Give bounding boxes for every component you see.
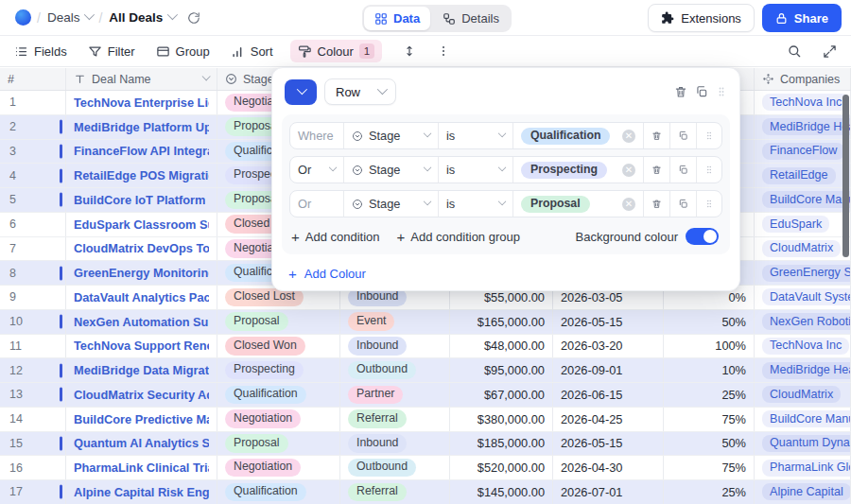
deal-name-cell[interactable]: TechNova Support Renewal [66,335,217,358]
companies-cell[interactable]: CloudMatrix [755,237,851,261]
deal-name-cell[interactable]: DataVault Analytics Packa... [66,286,217,309]
deal-name-link[interactable]: DataVault Analytics Packa... [74,290,209,304]
deal-name-cell[interactable]: BuildCore IoT Platform [66,188,217,212]
deal-name-cell[interactable]: CloudMatrix DevOps Tools [66,237,217,261]
field-dropdown[interactable]: Stage [344,191,439,217]
table-row[interactable]: 16 PharmaLink Clinical Trials ... Negoti… [0,456,851,480]
drag-handle-icon[interactable] [716,85,727,98]
vertical-scrollbar-thumb[interactable] [842,95,849,257]
probability-cell[interactable]: 75% [664,456,755,479]
company-link-chip[interactable]: MediBridge Healthcare [762,118,851,135]
amount-cell[interactable]: $165,000.00 [450,310,553,334]
companies-cell[interactable]: GreenEnergy Solutions [755,261,851,285]
row-number-cell[interactable]: 7 [0,237,66,261]
stage-cell[interactable]: Prospecting [217,358,340,382]
close-date-cell[interactable]: 2026-04-25 [553,408,664,431]
row-number-cell[interactable]: 6 [0,213,66,236]
add-colour-button[interactable]: + Add Colour [272,254,739,293]
search-button[interactable] [787,43,802,59]
channel-cell[interactable]: Outbound [340,456,450,479]
row-number-cell[interactable]: 17 [0,480,66,504]
expand-view-button[interactable] [823,44,837,59]
fields-button[interactable]: Fields [14,44,67,59]
deal-name-cell[interactable]: GreenEnergy Monitoring S... [66,261,217,285]
group-button[interactable]: Group [156,44,210,59]
row-number-cell[interactable]: 1 [0,91,66,114]
operator-dropdown[interactable]: is [439,123,513,148]
row-number-cell[interactable]: 10 [0,310,66,334]
deal-name-link[interactable]: BuildCore Predictive Maint... [74,412,209,426]
deal-name-link[interactable]: MediBridge Data Migration [74,363,209,377]
companies-cell[interactable]: FinanceFlow [755,140,851,164]
sort-button[interactable]: Sort [231,44,273,59]
scope-dropdown[interactable]: Row [324,78,396,105]
tab-details[interactable]: Details [432,7,510,30]
clear-value-icon[interactable]: ✕ [622,164,635,177]
deal-name-link[interactable]: MediBridge Platform Upgr... [74,120,209,134]
column-header-companies[interactable]: Companies [755,68,851,90]
company-link-chip[interactable]: DataVault Systems [762,288,851,305]
company-link-chip[interactable]: Alpine Capital [762,483,851,500]
deal-name-cell[interactable]: MediBridge Platform Upgr... [66,115,217,139]
row-number-cell[interactable]: 11 [0,335,66,358]
close-date-cell[interactable]: 2026-06-15 [553,383,664,407]
table-row[interactable]: 14 BuildCore Predictive Maint... Negotia… [0,408,851,432]
amount-cell[interactable]: $95,000.00 [450,358,553,382]
deal-name-cell[interactable]: Quantum AI Analytics Suite [66,432,217,456]
deal-name-link[interactable]: Alpine Capital Risk Engine [74,485,209,499]
deal-name-link[interactable]: NexGen Automation Suite [74,315,209,329]
close-date-cell[interactable]: 2026-04-30 [553,456,664,479]
stage-cell[interactable]: Negotiation [217,408,340,431]
row-number-cell[interactable]: 15 [0,432,66,456]
company-link-chip[interactable]: Quantum Dynamics [762,435,851,452]
companies-cell[interactable]: Alpine Capital [755,480,851,504]
value-picker[interactable]: Qualification ✕ [513,123,644,148]
deal-name-link[interactable]: CloudMatrix Security Add... [74,388,209,402]
companies-cell[interactable]: RetailEdge [755,164,851,187]
table-row[interactable]: 10 NexGen Automation Suite Proposal Even… [0,310,851,335]
operator-dropdown[interactable]: is [439,157,513,182]
breadcrumb-table[interactable]: All Deals [109,10,175,25]
company-link-chip[interactable]: CloudMatrix [762,386,841,403]
deal-name-cell[interactable]: TechNova Enterprise Lice... [66,91,217,114]
clear-value-icon[interactable]: ✕ [622,130,635,143]
company-link-chip[interactable]: RetailEdge [762,167,836,184]
stage-cell[interactable]: Negotiation [217,456,340,479]
company-link-chip[interactable]: TechNova Inc [762,94,849,111]
add-condition-button[interactable]: +Add condition [291,230,380,244]
app-logo-icon[interactable] [15,9,31,26]
company-link-chip[interactable]: EduSpark [762,216,829,233]
row-number-cell[interactable]: 8 [0,261,66,285]
more-button[interactable] [437,44,450,58]
field-dropdown[interactable]: Stage [344,123,439,148]
close-date-cell[interactable]: 2026-05-15 [553,432,664,456]
stage-cell[interactable]: Closed Won [217,335,340,358]
row-number-cell[interactable]: 14 [0,408,66,431]
delete-colour-button[interactable] [674,85,687,98]
drag-handle-icon[interactable] [697,191,721,217]
probability-cell[interactable]: 10% [664,358,755,382]
row-number-cell[interactable]: 16 [0,456,66,479]
companies-cell[interactable]: TechNova Inc [755,91,851,114]
share-button[interactable]: Share [762,4,842,32]
operator-dropdown[interactable]: is [439,191,513,217]
column-header-deal-name[interactable]: Deal Name [66,68,217,90]
colour-swatch-button[interactable] [285,79,317,105]
background-colour-toggle[interactable] [686,228,719,245]
refresh-icon[interactable] [187,11,200,25]
close-date-cell[interactable]: 2026-05-15 [553,310,664,334]
row-height-button[interactable] [403,44,416,58]
probability-cell[interactable]: 50% [664,310,755,334]
row-number-cell[interactable]: 2 [0,115,66,139]
companies-cell[interactable]: EduSpark [755,213,851,236]
deal-name-link[interactable]: TechNova Enterprise Lice... [74,96,209,110]
row-number-cell[interactable]: 13 [0,383,66,407]
company-link-chip[interactable]: PharmaLink Global [762,460,851,477]
probability-cell[interactable]: 75% [664,408,755,431]
deal-name-link[interactable]: TechNova Support Renewal [74,339,209,353]
deal-name-cell[interactable]: FinanceFlow API Integration [66,140,217,164]
tab-data[interactable]: Data [364,7,430,30]
table-row[interactable]: 13 CloudMatrix Security Add... Qualifica… [0,383,851,408]
company-link-chip[interactable]: BuildCore Manufacturing [762,410,851,427]
deal-name-cell[interactable]: CloudMatrix Security Add... [66,383,217,407]
